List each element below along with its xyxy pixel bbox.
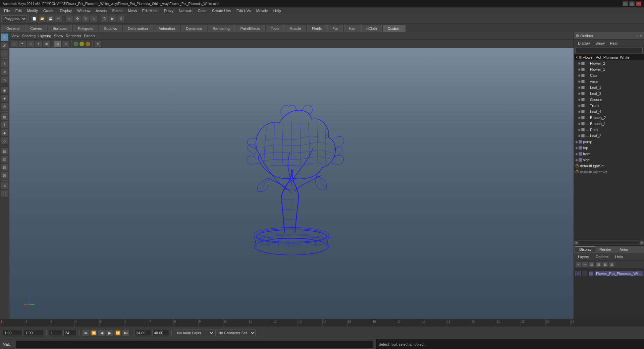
scale-tool-button[interactable]: ⤡ [90,15,97,22]
snap-grid-button[interactable]: ▦ [1,113,8,120]
render-settings-button[interactable]: ⚙ [117,15,124,22]
vp-isolate-btn[interactable]: ◎ [62,40,69,48]
tab-fur[interactable]: Fur [327,25,343,32]
menu-window[interactable]: Window [74,8,93,13]
tab-subdivs[interactable]: Subdivs [99,25,122,32]
outliner-item-top[interactable]: ◉ top [574,145,644,151]
anim-layer-select[interactable]: No Anim Layer [174,330,214,336]
vp-light3-btn[interactable] [85,41,91,47]
vp-light2-btn[interactable] [79,41,85,47]
tab-ncloth[interactable]: nCloth [361,25,382,32]
menu-display[interactable]: Display [57,8,74,13]
save-scene-button[interactable]: 💾 [47,15,54,22]
layer-option2-button[interactable]: ▥ [595,261,601,268]
scale-tool-button-left[interactable]: ⤡ [1,76,8,83]
outliner-tab-show[interactable]: Show [593,41,607,46]
timeline-ruler[interactable]: 123456789101112131415161718192021222324 [0,319,644,326]
3d-viewport[interactable]: X Y [9,48,574,319]
undo-button[interactable]: ↩ [55,15,62,22]
display-subtab-help[interactable]: Help [612,254,626,259]
vp-camera-btn[interactable]: 📷 [19,40,26,48]
vp-light1-btn[interactable] [73,41,78,47]
menu-select[interactable]: Select [109,8,125,13]
render-view-button[interactable]: ▨ [1,172,8,179]
select-tool-button[interactable]: ↖ [66,15,73,22]
outliner-item-persp[interactable]: ◉ persp [574,139,644,145]
viewport-menu-shading[interactable]: Shading [22,34,36,38]
quick-layout-button[interactable]: ⊞ [1,182,8,189]
outliner-item-leaf2[interactable]: ◉ — Leaf_2 [577,133,644,139]
tab-surfaces[interactable]: Surfaces [48,25,72,32]
start-frame-input[interactable] [3,330,23,336]
outliner-maximize-button[interactable]: □ [636,34,638,38]
display-tab-anim[interactable]: Anim [615,247,632,252]
select-mode-button[interactable]: ↖ [1,34,8,41]
close-button[interactable]: ✕ [636,1,641,6]
display-tab-display[interactable]: Display [575,246,595,252]
maximize-button[interactable]: □ [629,1,635,6]
snap-curve-button[interactable]: ⌇ [1,121,8,128]
tab-toon[interactable]: Toon [266,25,284,32]
outliner-item-flower-pot[interactable]: ▼ ⊞ Flower_Pot_Plumeria_White [574,54,644,60]
open-scene-button[interactable]: 📂 [39,15,46,22]
outliner-search-input[interactable] [575,48,643,53]
outliner-tab-display[interactable]: Display [575,41,593,46]
play-back-button[interactable]: ◀ [98,329,105,337]
tab-fluids[interactable]: Fluids [307,25,327,32]
tab-polygons[interactable]: Polygons [73,25,98,32]
menu-normals[interactable]: Normals [176,8,195,13]
outliner-scroll-left-button[interactable]: ◀ [574,240,579,245]
render-shadow-button[interactable]: ▧ [1,164,8,171]
tab-deformation[interactable]: Deformation [123,25,153,32]
outliner-item-default-object-set[interactable]: ⦿ defaultObjectSet [574,169,644,175]
menu-muscle[interactable]: Muscle [254,8,271,13]
outliner-item-vase[interactable]: ◉ — vase [577,78,644,84]
layer-visibility-toggle[interactable]: V [575,271,581,276]
outliner-minimize-button[interactable]: — [631,34,635,38]
layer-editor-button[interactable]: ☰ [1,190,8,197]
tab-hair[interactable]: Hair [344,25,361,32]
outliner-item-trunk[interactable]: ◉ — Trunk [577,103,644,109]
layer-option4-button[interactable]: ▧ [609,261,615,268]
go-to-start-button[interactable]: ⏮ [82,329,89,337]
sculpt-button[interactable]: ◈ [1,95,8,102]
snap-surface-button[interactable]: ◇ [1,137,8,144]
tab-muscle[interactable]: Muscle [284,25,306,32]
ipr-button[interactable]: ▶ [109,15,116,22]
render-region-button[interactable]: ▤ [1,148,8,155]
end-frame-display[interactable] [135,330,151,336]
layer-item-flower-pot[interactable]: V Flower_Pot_Plumeria_Wi... [575,270,643,277]
outliner-item-default-light-set[interactable]: ⦿ defaultLightSet [574,163,644,169]
outliner-item-cap[interactable]: ◉ — Cap [577,72,644,78]
vp-select-btn[interactable]: ⬚ [11,40,18,48]
timeline-playhead[interactable] [3,319,3,326]
outliner-item-leaf1[interactable]: ◉ — Leaf_1 [577,84,644,91]
layer-type-toggle[interactable] [582,271,587,276]
outliner-item-leaf4[interactable]: ◉ — Leaf_4 [577,109,644,115]
menu-mesh[interactable]: Mesh [125,8,140,13]
step-back-button[interactable]: ⏪ [90,329,97,337]
display-subtab-layers[interactable]: Layers [575,254,592,259]
move-tool-button[interactable]: + [1,60,8,67]
outliner-item-front[interactable]: ◉ front [574,151,644,157]
new-layer-button[interactable]: + [575,261,581,268]
rotate-tool-button-left[interactable]: ↻ [1,68,8,75]
tab-curves[interactable]: Curves [25,25,47,32]
snap-point-button[interactable]: ◆ [1,129,8,136]
show-manip-button[interactable]: ◎ [1,103,8,110]
tab-animation[interactable]: Animation [154,25,180,32]
layer-option1-button[interactable]: ▤ [589,261,595,268]
menu-create[interactable]: Create [41,8,57,13]
layer-color-swatch[interactable] [589,271,593,276]
vp-grid-btn[interactable]: ⊞ [54,40,61,48]
menu-file[interactable]: File [1,8,13,13]
current-frame-input[interactable] [24,330,44,336]
vp-extra-btn[interactable]: ⚙ [94,40,102,48]
play-forward-button[interactable]: ▶ [106,329,113,337]
rotate-tool-button[interactable]: ↻ [82,15,89,22]
menu-edit-mesh[interactable]: Edit Mesh [140,8,161,13]
character-set-select[interactable]: No Character Set [215,330,256,336]
menu-color[interactable]: Color [195,8,209,13]
tab-painteffects[interactable]: PaintEffects [235,25,265,32]
paint-select-button[interactable]: 🖌 [1,42,8,49]
